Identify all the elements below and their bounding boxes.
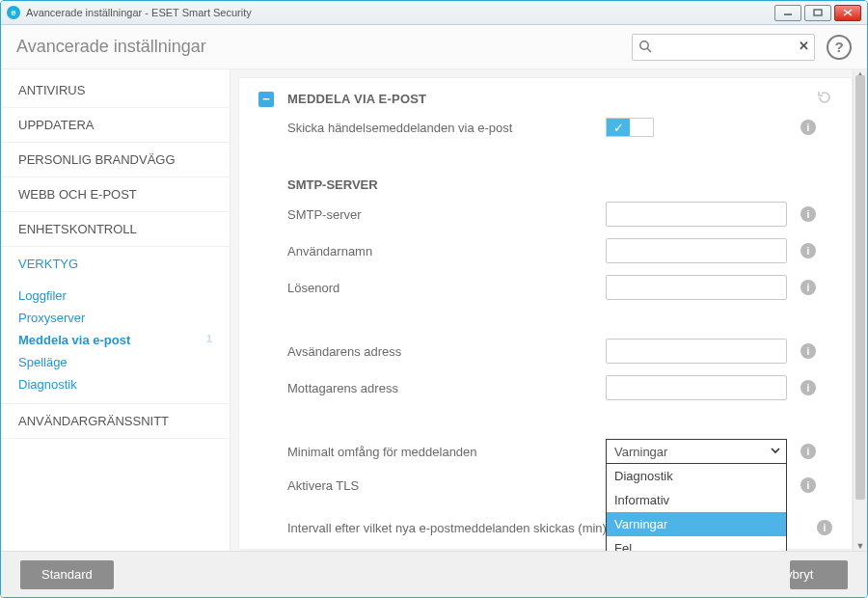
row-send-events: Skicka händelsemeddelanden via e-post ✓ … <box>239 112 852 143</box>
label-password: Lösenord <box>287 281 606 295</box>
label-interval: Intervall efter vilket nya e-postmeddela… <box>287 521 607 535</box>
sidebar-sub-email-notify-label: Meddela via e-post <box>18 333 130 347</box>
select-value: Varningar <box>614 445 667 459</box>
row-recipient: Mottagarens adress i <box>239 369 852 406</box>
sidebar-sub-gamemode[interactable]: Spelläge <box>1 351 230 373</box>
sidebar-item-firewall[interactable]: PERSONLIG BRANDVÄGG <box>1 143 230 177</box>
sidebar-sub-email-notify[interactable]: Meddela via e-post 1 <box>1 329 230 351</box>
sidebar-sub-logfiles[interactable]: Loggfiler <box>1 285 230 307</box>
sidebar-sub-badge: 1 <box>206 333 212 344</box>
content-scroll: − MEDDELA VIA E-POST Skicka händelsemedd… <box>231 69 853 551</box>
search-icon <box>638 40 652 56</box>
chevron-down-icon <box>770 445 781 459</box>
select-min-scope[interactable]: Varningar Diagnostik Informativ Varninga… <box>606 439 787 464</box>
svg-point-4 <box>640 41 648 48</box>
info-icon[interactable]: i <box>800 120 816 135</box>
option-informativ[interactable]: Informativ <box>607 488 786 512</box>
info-icon[interactable]: i <box>800 444 816 459</box>
select-box[interactable]: Varningar <box>606 439 787 464</box>
option-fel[interactable]: Fel <box>607 536 786 551</box>
sidebar: ANTIVIRUS UPPDATERA PERSONLIG BRANDVÄGG … <box>1 69 231 551</box>
sidebar-item-ui[interactable]: ANVÄNDARGRÄNSSNITT <box>1 404 230 439</box>
clear-search-icon[interactable]: ✕ <box>799 39 809 53</box>
info-icon[interactable]: i <box>800 243 816 258</box>
input-username[interactable] <box>606 238 787 263</box>
sidebar-tools-subgroup: Loggfiler Proxyserver Meddela via e-post… <box>1 281 230 404</box>
close-button[interactable] <box>834 5 861 21</box>
scrollbar-vertical[interactable]: ▲ ▼ <box>853 69 867 551</box>
label-tls: Aktivera TLS <box>287 478 606 493</box>
footer: Standard OK Avbryt <box>1 551 867 597</box>
label-sender: Avsändarens adress <box>287 344 606 359</box>
option-diagnostik[interactable]: Diagnostik <box>607 464 786 488</box>
titlebar: e Avancerade inställningar - ESET Smart … <box>1 1 867 25</box>
info-icon[interactable]: i <box>800 343 816 359</box>
svg-line-5 <box>647 48 651 52</box>
sidebar-item-web-email[interactable]: WEBB OCH E-POST <box>1 177 230 212</box>
toggle-on-icon: ✓ <box>607 119 630 136</box>
default-button[interactable]: Standard <box>20 560 114 589</box>
info-icon[interactable]: i <box>800 280 816 295</box>
content-area: − MEDDELA VIA E-POST Skicka händelsemedd… <box>231 69 867 551</box>
sidebar-item-device-control[interactable]: ENHETSKONTROLL <box>1 212 230 247</box>
option-varningar[interactable]: Varningar <box>607 512 786 536</box>
info-icon[interactable]: i <box>800 206 816 222</box>
section-title: MEDDELA VIA E-POST <box>287 92 817 106</box>
label-smtp-server: SMTP-server <box>287 207 606 222</box>
label-username: Användarnamn <box>287 244 606 258</box>
minimize-button[interactable] <box>774 5 801 21</box>
row-password: Lösenord i <box>239 269 852 306</box>
row-username: Användarnamn i <box>239 232 852 269</box>
search-wrap: ✕ <box>632 34 815 61</box>
header: Avancerade inställningar ✕ ? <box>1 25 867 69</box>
row-sender: Avsändarens adress i <box>239 333 852 369</box>
sidebar-sub-proxy[interactable]: Proxyserver <box>1 307 230 329</box>
scroll-down-arrow-icon[interactable]: ▼ <box>854 539 867 551</box>
toggle-off-icon <box>630 119 653 136</box>
input-recipient[interactable] <box>606 375 787 400</box>
input-sender[interactable] <box>606 339 787 364</box>
search-input[interactable] <box>632 34 815 61</box>
sidebar-sub-diagnostics[interactable]: Diagnostik <box>1 373 230 395</box>
dropdown-min-scope: Diagnostik Informativ Varningar Fel Krit… <box>606 464 787 551</box>
smtp-heading: SMTP-SERVER <box>239 170 852 196</box>
row-min-scope: Minimalt omfång för meddelanden Varninga… <box>239 433 852 470</box>
app-icon: e <box>7 6 20 19</box>
info-icon[interactable]: i <box>817 520 832 535</box>
label-send-events: Skicka händelsemeddelanden via e-post <box>287 121 606 135</box>
info-icon[interactable]: i <box>800 380 816 395</box>
toggle-send-events[interactable]: ✓ <box>606 118 654 137</box>
sidebar-item-tools[interactable]: VERKTYG <box>1 247 230 281</box>
window-title: Avancerade inställningar - ESET Smart Se… <box>26 7 252 18</box>
maximize-button[interactable] <box>804 5 831 21</box>
info-icon[interactable]: i <box>800 477 816 493</box>
sidebar-item-update[interactable]: UPPDATERA <box>1 108 230 143</box>
svg-rect-1 <box>814 10 822 15</box>
scrollbar-thumb[interactable] <box>855 75 865 500</box>
help-button[interactable]: ? <box>827 35 852 60</box>
sidebar-item-antivirus[interactable]: ANTIVIRUS <box>1 73 230 108</box>
cancel-button[interactable]: Avbryt <box>790 560 848 589</box>
settings-panel: − MEDDELA VIA E-POST Skicka händelsemedd… <box>238 77 853 550</box>
input-password[interactable] <box>606 275 787 300</box>
reset-icon[interactable] <box>817 90 832 108</box>
label-recipient: Mottagarens adress <box>287 381 606 395</box>
window: e Avancerade inställningar - ESET Smart … <box>0 0 868 598</box>
page-title: Avancerade inställningar <box>16 37 632 57</box>
row-smtp-server: SMTP-server i <box>239 196 852 232</box>
section-header: − MEDDELA VIA E-POST <box>239 78 852 112</box>
input-smtp-server[interactable] <box>606 202 787 227</box>
label-min-scope: Minimalt omfång för meddelanden <box>287 445 606 459</box>
body: ANTIVIRUS UPPDATERA PERSONLIG BRANDVÄGG … <box>1 69 867 551</box>
collapse-icon[interactable]: − <box>258 92 274 107</box>
